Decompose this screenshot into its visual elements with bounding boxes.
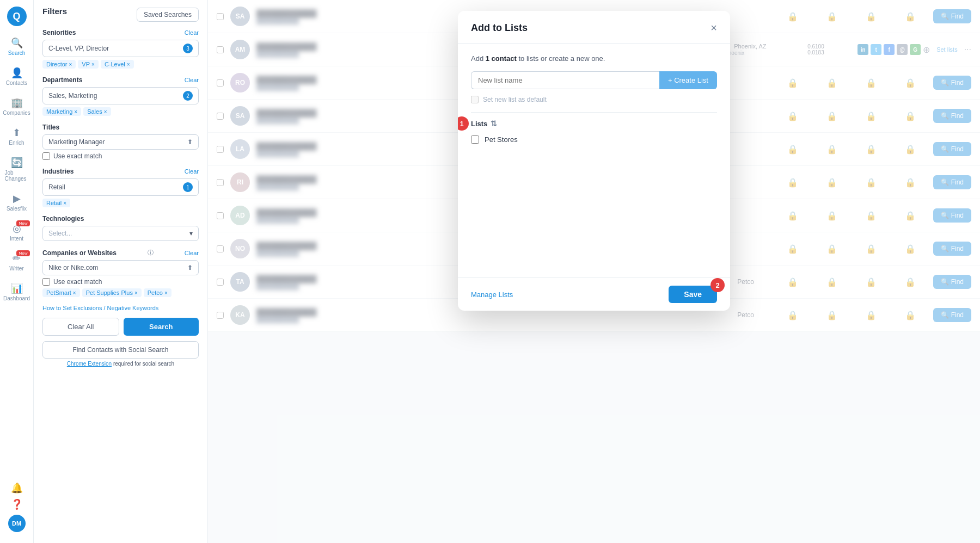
saved-searches-button[interactable]: Saved Searches <box>137 8 199 22</box>
filters-title: Filters <box>42 7 67 16</box>
sidebar-item-dashboard[interactable]: 📊 Dashboard <box>2 278 32 306</box>
social-search-button[interactable]: Find Contacts with Social Search <box>42 341 199 359</box>
titles-section: Titles Marketing Manager ⬆ Use exact mat… <box>42 124 199 160</box>
tag-clevel: C-Level × <box>101 60 134 69</box>
pet-stores-label: Pet Stores <box>485 135 518 144</box>
new-badge: New <box>16 220 29 226</box>
help-icon[interactable]: ❓ <box>11 498 23 510</box>
tag-retail: Retail × <box>42 199 70 207</box>
companies-input[interactable]: Nike or Nike.com ⬆ <box>42 260 199 275</box>
bell-icon[interactable]: 🔔 <box>11 482 23 494</box>
set-default-row: Set new list as default <box>471 96 717 103</box>
left-navigation: Q 🔍 Search 👤 Contacts 🏢 Companies ⬆ Enri… <box>0 0 34 543</box>
manage-lists-link[interactable]: Manage Lists <box>471 291 513 299</box>
new-badge: New <box>16 250 29 256</box>
modal-close-button[interactable]: × <box>710 22 717 34</box>
sidebar-item-label: Companies <box>3 110 30 116</box>
seniorities-section: Seniorities Clear C-Level, VP, Director … <box>42 29 199 69</box>
sidebar-item-intent[interactable]: New ◎ Intent <box>2 218 32 246</box>
tag-director: Director × <box>42 60 76 69</box>
modal-footer: Manage Lists 2 Save <box>458 277 730 311</box>
tag-marketing: Marketing × <box>42 107 81 116</box>
list-item: Pet Stores <box>471 132 717 147</box>
modal-title: Add to Lists <box>471 22 528 34</box>
titles-exact-match-row: Use exact match <box>42 152 199 160</box>
tag-petsmart: PetSmart × <box>42 288 80 297</box>
technologies-placeholder: Select... <box>48 230 72 237</box>
new-list-input[interactable] <box>471 71 659 89</box>
seniorities-badge: 3 <box>183 44 193 53</box>
seniorities-clear[interactable]: Clear <box>185 29 199 36</box>
dashboard-icon: 📊 <box>11 282 23 294</box>
sidebar-item-enrich[interactable]: ⬆ Enrich <box>2 122 32 150</box>
technologies-label: Technologies <box>42 215 84 223</box>
sidebar-item-search[interactable]: 🔍 Search <box>2 33 32 60</box>
titles-exact-match-checkbox[interactable] <box>42 152 50 160</box>
search-icon: 🔍 <box>11 37 23 49</box>
sidebar-item-label: Search <box>8 50 26 56</box>
clear-all-button[interactable]: Clear All <box>42 318 119 336</box>
tag-pet-supplies-plus: Pet Supplies Plus × <box>82 288 142 297</box>
titles-exact-match-label: Use exact match <box>53 152 102 160</box>
pet-stores-checkbox[interactable] <box>471 135 479 144</box>
set-default-checkbox[interactable] <box>471 96 479 103</box>
departments-tags: Marketing × Sales × <box>42 107 199 116</box>
main-content: SA ████████████ ██████████ 🔒 🔒 🔒 🔒 🔍 Fin… <box>208 0 980 543</box>
industries-badge: 1 <box>183 182 193 192</box>
companies-icon: 🏢 <box>11 97 23 109</box>
enrich-icon: ⬆ <box>13 127 21 139</box>
tag-vp: VP × <box>78 60 99 69</box>
departments-label: Departments <box>42 76 82 84</box>
user-avatar[interactable]: DM <box>8 515 26 532</box>
add-to-lists-modal: 1 Add to Lists × Add 1 contact to lists … <box>458 11 730 311</box>
sidebar-item-writer[interactable]: New ✏ Writer <box>2 248 32 276</box>
industries-clear[interactable]: Clear <box>185 168 199 175</box>
save-button[interactable]: Save <box>669 286 717 303</box>
sidebar-item-label: Enrich <box>9 140 24 146</box>
modal-header: Add to Lists × <box>458 11 730 44</box>
tag-petco: Petco × <box>144 288 171 297</box>
lists-sort-icon[interactable]: ⇅ <box>491 119 497 128</box>
sidebar-item-label: Writer <box>9 266 23 272</box>
industries-label: Industries <box>42 168 74 175</box>
create-list-button[interactable]: + Create List <box>659 71 717 89</box>
sidebar-item-contacts[interactable]: 👤 Contacts <box>2 63 32 90</box>
modal-subtitle: Add 1 contact to lists or create a new o… <box>471 54 717 63</box>
companies-exact-match-label: Use exact match <box>53 278 102 286</box>
technologies-select[interactable]: Select... ▾ <box>42 226 199 241</box>
seniorities-tags: Director × VP × C-Level × <box>42 60 199 69</box>
titles-input[interactable]: Marketing Manager ⬆ <box>42 134 199 150</box>
tag-sales: Sales × <box>83 107 111 116</box>
companies-exact-match-checkbox[interactable] <box>42 278 50 286</box>
search-button[interactable]: Search <box>124 318 199 336</box>
new-list-row: + Create List <box>471 71 717 89</box>
app-logo[interactable]: Q <box>7 7 27 26</box>
departments-clear[interactable]: Clear <box>185 77 199 83</box>
lists-empty-area <box>471 147 717 267</box>
departments-value: Sales, Marketing <box>48 92 97 100</box>
seniorities-select[interactable]: C-Level, VP, Director 3 <box>42 40 199 57</box>
modal-overlay: 1 Add to Lists × Add 1 contact to lists … <box>208 0 980 543</box>
departments-badge: 2 <box>183 91 193 101</box>
step-2-badge: 2 <box>710 278 725 292</box>
departments-select[interactable]: Sales, Marketing 2 <box>42 87 199 104</box>
filters-sidebar: Filters Saved Searches Seniorities Clear… <box>34 0 208 543</box>
contacts-icon: 👤 <box>11 67 23 79</box>
titles-label: Titles <box>42 124 59 131</box>
seniorities-label: Seniorities <box>42 29 76 36</box>
sidebar-item-label: Contacts <box>6 80 27 86</box>
chrome-ext-notice: Chrome Extension required for social sea… <box>42 361 199 367</box>
chrome-ext-link[interactable]: Chrome Extension <box>67 361 112 367</box>
companies-clear[interactable]: Clear <box>185 250 199 256</box>
sidebar-item-label: Job Changes <box>5 170 29 182</box>
sidebar-item-label: Dashboard <box>3 295 30 301</box>
seniorities-value: C-Level, VP, Director <box>48 45 109 52</box>
sidebar-item-companies[interactable]: 🏢 Companies <box>2 92 32 120</box>
industries-select[interactable]: Retail 1 <box>42 178 199 196</box>
job-changes-icon: 🔄 <box>11 157 23 169</box>
industries-section: Industries Clear Retail 1 Retail × <box>42 168 199 207</box>
sidebar-item-salesflix[interactable]: ▶ Salesflix <box>2 188 32 216</box>
exclusion-link[interactable]: How to Set Exclusions / Negative Keyword… <box>42 305 199 311</box>
modal-body: Add 1 contact to lists or create a new o… <box>458 44 730 277</box>
sidebar-item-job-changes[interactable]: 🔄 Job Changes <box>2 152 32 186</box>
